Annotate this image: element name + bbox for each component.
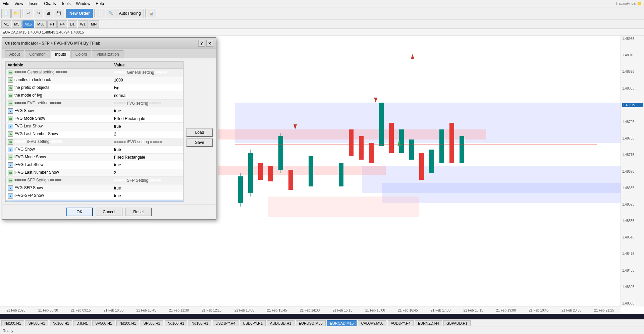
price-label: 1.48555 [622, 219, 643, 223]
date-label: 21 Feb 16:00 [365, 309, 385, 312]
toolbar-new-chart[interactable]: 📄 [1, 9, 11, 18]
table-row[interactable]: ab===== SFP Settign ========== SFP Setti… [6, 177, 183, 184]
price-label: 1.48715 [622, 153, 643, 157]
price-label: 1.48355 [622, 301, 643, 305]
bottom-tab[interactable]: SP500,H1 [92, 320, 115, 326]
table-row[interactable]: abthe mode of fvgnormal [6, 92, 183, 100]
table-row[interactable]: ab===== General setting ========== Gener… [6, 69, 183, 76]
dialog-controls: ? × [198, 40, 213, 47]
menu-charts[interactable]: Charts [44, 1, 56, 6]
toolbar-undo[interactable]: ↩ [24, 9, 33, 18]
param-value: Filled Rectangale [114, 155, 145, 160]
btns-container: Load Save [186, 61, 213, 202]
menu-bar: File View Insert Charts Tools Window Hel… [0, 0, 644, 7]
bottom-tab[interactable]: AUDUSD,H1 [267, 320, 294, 326]
bottom-tab[interactable]: Nd100,H1 [1, 320, 24, 326]
date-label: 21 Feb 2025 [6, 309, 25, 312]
toolbar-print[interactable]: 🖶 [44, 9, 53, 18]
param-variable: ===== General setting ===== [14, 70, 67, 74]
bottom-tab[interactable]: Nd100,H1 [50, 320, 72, 326]
params-table: Variable Value ab===== General setting =… [5, 61, 183, 202]
tf-m30[interactable]: M30 [35, 20, 47, 28]
toolbar-zoom-out[interactable]: 🔍 [106, 9, 115, 18]
price-label: 1.48395 [622, 285, 643, 289]
tf-m15[interactable]: M15 [22, 20, 34, 28]
bottom-tab[interactable]: EURNZD,H4 [415, 320, 442, 326]
bottom-tab[interactable]: AUDJPY,H4 [388, 320, 414, 326]
menu-help[interactable]: Help [96, 1, 104, 6]
symbol-bar: EURCAD,M15 1.48843 1.48843 1.48794 1.488… [0, 29, 644, 36]
dialog-help-button[interactable]: ? [198, 40, 205, 47]
ok-button[interactable]: OK [66, 208, 93, 216]
tf-m5[interactable]: M5 [12, 20, 21, 28]
date-label: 21 Feb 16:45 [398, 309, 418, 312]
table-row[interactable]: ▲iFVG Last Showtrue [6, 161, 183, 169]
bottom-tab[interactable]: USDJPY,H1 [240, 320, 266, 326]
table-row[interactable]: abiFVG Mode ShowFilled Rectangale [6, 154, 183, 161]
tf-h4[interactable]: H4 [57, 20, 67, 28]
tf-m1[interactable]: M1 [1, 20, 11, 28]
svg-rect-13 [369, 143, 374, 163]
bottom-tab[interactable]: USDJPY,H4 [213, 320, 238, 326]
table-row[interactable]: ▲iFVG Showtrue [6, 146, 183, 154]
bottom-tab-active[interactable]: EURCAD,M15 [327, 320, 357, 326]
bottom-tab[interactable]: DJI,H1 [73, 320, 91, 326]
table-row[interactable]: abFVG Mode ShowFilled Rectangale [6, 115, 183, 123]
tab-colors[interactable]: Colors [71, 50, 92, 58]
dialog-title: Custom Indicator - SFP + FVG-iFVG MT4 By… [5, 41, 100, 46]
table-row[interactable]: ▲FVG Showtrue [6, 107, 183, 115]
bottom-tab[interactable]: GBPAUD,H1 [443, 320, 471, 326]
new-order-button[interactable]: New Order [66, 9, 93, 18]
tab-visualization[interactable]: Visualization [92, 50, 123, 58]
tab-common[interactable]: Common [25, 50, 50, 58]
bottom-tab[interactable]: EURUSD,M30 [296, 320, 326, 326]
toolbar-zoom-in[interactable]: ⛶ [96, 9, 105, 18]
bottom-tab[interactable]: CADJPY,M30 [358, 320, 386, 326]
status-bar: Ready [0, 327, 644, 334]
table-row[interactable]: ▲FVG-SFP Showtrue [6, 184, 183, 192]
param-variable: FVG Last Show [14, 124, 43, 128]
toolbar-save[interactable]: 💾 [54, 9, 63, 18]
date-label: 21 Feb 14:30 [300, 309, 320, 312]
table-row[interactable]: ▲iFVG-SFP Showtrue [6, 192, 183, 200]
tab-inputs[interactable]: Inputs [51, 50, 70, 58]
param-variable: iFVG Show [14, 147, 35, 152]
table-row[interactable]: abMaximum BreakOut Candles4 [6, 200, 183, 202]
bottom-tab[interactable]: Nd100,H1 [165, 320, 187, 326]
bottom-tab[interactable]: Nd100,H1 [116, 320, 139, 326]
toolbar-indicators[interactable]: 📊 [147, 9, 156, 18]
cancel-button[interactable]: Cancel [96, 208, 122, 216]
save-button[interactable]: Save [186, 138, 213, 147]
table-row[interactable]: abiFVG Last Number Show2 [6, 169, 183, 177]
bottom-tab[interactable]: SP500,H1 [25, 320, 48, 326]
svg-marker-23 [411, 54, 414, 59]
toolbar-open[interactable]: 📁 [11, 9, 21, 18]
params-table-wrapper[interactable]: Variable Value ab===== General setting =… [5, 61, 183, 202]
table-row[interactable]: ▲FVG Last Showtrue [6, 123, 183, 130]
load-button[interactable]: Load [186, 128, 213, 137]
autotrading-button[interactable]: AutoTrading [116, 9, 144, 18]
table-row[interactable]: abFVG Last Number Show2 [6, 130, 183, 138]
reset-button[interactable]: Reset [125, 208, 152, 216]
table-row[interactable]: abcandles to look back1000 [6, 76, 183, 84]
param-variable: iFVG Mode Show [14, 155, 46, 159]
chart-svg [235, 36, 621, 307]
tab-about[interactable]: About [5, 50, 24, 58]
menu-insert[interactable]: Insert [29, 1, 39, 6]
table-row[interactable]: ab===== FVG setting ========== FVG setti… [6, 100, 183, 107]
tf-d1[interactable]: D1 [68, 20, 77, 28]
tf-w1[interactable]: W1 [78, 20, 88, 28]
table-row[interactable]: abthe prefix of objectsfvg [6, 84, 183, 92]
toolbar-redo[interactable]: ↪ [34, 9, 43, 18]
bottom-tab[interactable]: Nd100,H1 [189, 320, 211, 326]
table-row[interactable]: ab===== iFVG setting ========== iFVG set… [6, 138, 183, 146]
tf-h1[interactable]: H1 [47, 20, 57, 28]
tf-mn[interactable]: MN [89, 20, 99, 28]
dialog-close-button[interactable]: × [206, 40, 213, 47]
bottom-tab[interactable]: SP500,H1 [141, 320, 163, 326]
menu-file[interactable]: File [3, 1, 9, 6]
menu-tools[interactable]: Tools [61, 1, 71, 6]
param-variable: candles to look back [14, 77, 51, 82]
menu-view[interactable]: View [14, 1, 23, 6]
menu-window[interactable]: Window [76, 1, 91, 6]
